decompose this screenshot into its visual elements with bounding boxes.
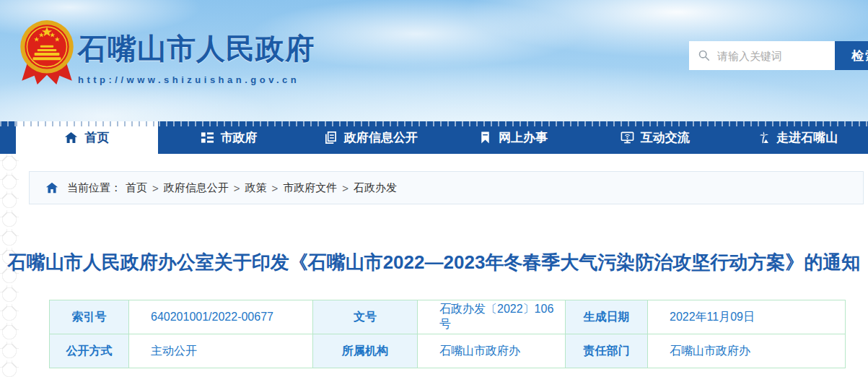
- breadcrumb-separator: >: [342, 182, 348, 194]
- index-number-label: 索引号: [50, 300, 129, 334]
- breadcrumb-item-home[interactable]: 首页: [126, 181, 147, 195]
- nav-item-label: 市政府: [221, 129, 258, 146]
- nav-item-label: 首页: [84, 129, 109, 146]
- nav-item-interaction[interactable]: 互动交流: [584, 121, 726, 154]
- breadcrumb-item-policy[interactable]: 政策: [245, 181, 267, 195]
- document-icon: [324, 131, 338, 144]
- nav-item-government-info-disclosure[interactable]: 政府信息公开: [300, 121, 442, 154]
- search-input[interactable]: [717, 50, 825, 62]
- palm-tree-icon: [756, 131, 770, 144]
- nav-item-label: 政府信息公开: [344, 129, 418, 146]
- resp-department-value: 石嘴山市政府办: [648, 334, 846, 368]
- document-title: 石嘴山市人民政府办公室关于印发《石嘴山市2022—2023年冬春季大气污染防治攻…: [0, 250, 868, 275]
- nav-item-online-services[interactable]: 网上办事: [442, 121, 584, 154]
- breadcrumb-item-city-gov-files[interactable]: 市政府文件: [283, 181, 337, 195]
- site-search: 检索: [689, 41, 868, 70]
- site-title[interactable]: 石嘴山市人民政府: [78, 29, 315, 69]
- nav-item-label: 网上办事: [499, 129, 548, 146]
- breadcrumb: 当前位置： 首页 > 政府信息公开 > 政策 > 市政府文件 > 石政办发: [29, 171, 864, 204]
- doc-number-label: 文号: [313, 300, 418, 334]
- site-url: http://www.shizuishan.gov.cn: [78, 74, 315, 85]
- nav-item-city-government[interactable]: 市政府: [158, 121, 300, 154]
- bookmark-icon: [478, 131, 492, 144]
- breadcrumb-separator: >: [272, 182, 279, 194]
- nav-item-label: 互动交流: [641, 129, 690, 146]
- breadcrumb-item-gov-info[interactable]: 政府信息公开: [164, 181, 229, 195]
- main-navigation: 首页 市政府 政府信息公开 网上办事: [0, 121, 868, 154]
- home-icon: [64, 131, 78, 144]
- breadcrumb-separator: >: [152, 182, 159, 194]
- table-row: 公开方式 主动公开 所属机构 石嘴山市政府办 责任部门 石嘴山市政府办: [50, 334, 846, 368]
- list-blocks-icon: [201, 131, 214, 144]
- breadcrumb-label: 当前位置：: [67, 181, 121, 195]
- breadcrumb-item-current[interactable]: 石政办发: [354, 181, 397, 195]
- nav-item-about-shizuishan[interactable]: 走进石嘴山: [726, 121, 868, 154]
- agency-value: 石嘴山市政府办: [418, 334, 566, 368]
- index-number-value: 640201001/2022-00677: [129, 300, 313, 334]
- agency-label: 所属机构: [313, 334, 418, 368]
- disclosure-mode-label: 公开方式: [50, 334, 129, 368]
- site-header-banner: 石嘴山市人民政府 http://www.shizuishan.gov.cn 检索: [0, 0, 868, 121]
- search-box[interactable]: [689, 41, 835, 70]
- nav-item-label: 走进石嘴山: [776, 129, 838, 146]
- create-date-value: 2022年11月09日: [648, 300, 846, 334]
- resp-department-label: 责任部门: [566, 334, 648, 368]
- create-date-label: 生成日期: [566, 300, 648, 334]
- disclosure-mode-value: 主动公开: [129, 334, 313, 368]
- national-emblem-logo: [19, 17, 75, 87]
- table-row: 索引号 640201001/2022-00677 文号 石政办发〔2022〕10…: [50, 300, 846, 334]
- breadcrumb-separator: >: [234, 182, 240, 194]
- home-icon: [45, 181, 58, 194]
- doc-number-value: 石政办发〔2022〕106号: [418, 300, 566, 334]
- nav-item-home[interactable]: 首页: [16, 121, 158, 154]
- document-metadata-table: 索引号 640201001/2022-00677 文号 石政办发〔2022〕10…: [49, 300, 846, 368]
- monitor-wifi-icon: [621, 131, 634, 144]
- site-identity[interactable]: 石嘴山市人民政府 http://www.shizuishan.gov.cn: [78, 29, 315, 85]
- search-icon: [698, 49, 711, 62]
- search-submit-button[interactable]: 检索: [835, 41, 868, 70]
